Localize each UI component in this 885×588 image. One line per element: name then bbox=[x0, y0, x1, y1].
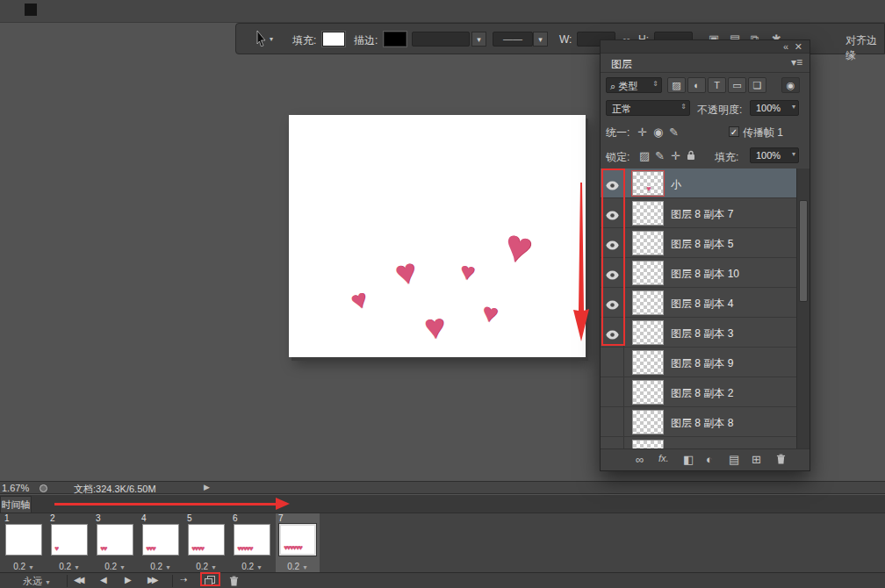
animation-frame[interactable]: 4 ♥♥♥ 0.2 ▼ bbox=[139, 513, 183, 573]
lock-position-icon[interactable]: ✛ bbox=[671, 149, 680, 162]
first-frame-button[interactable]: ◀◀ bbox=[74, 575, 82, 584]
unify-label: 统一: bbox=[606, 125, 630, 140]
visibility-toggle[interactable] bbox=[601, 377, 624, 406]
timeline-frames-area: 1 0.2 ▼ 2 ♥ 0.2 ▼ 3 ♥♥ 0.2 ▼ 4 ♥♥♥ 0.2 ▼… bbox=[0, 513, 885, 572]
filter-adjustment-icon[interactable]: ◐ bbox=[687, 77, 706, 93]
visibility-toggle[interactable] bbox=[601, 437, 624, 448]
layer-row[interactable]: 图层 8 副本 7 bbox=[601, 198, 796, 228]
layer-thumbnail[interactable]: ♥♥♥ bbox=[632, 440, 664, 448]
unify-style-icon[interactable]: ✎ bbox=[669, 125, 679, 139]
frame-delay-select[interactable]: 0.2 ▼ bbox=[276, 562, 320, 571]
layer-row[interactable]: 图层 8 副本 3 bbox=[601, 318, 796, 348]
lock-pixels-icon[interactable]: ✎ bbox=[655, 149, 665, 162]
frame-hearts: ♥♥ bbox=[100, 544, 106, 553]
direct-selection-tool-icon[interactable] bbox=[255, 31, 267, 47]
animation-frame[interactable]: 6 ♥♥♥♥♥ 0.2 ▼ bbox=[230, 513, 274, 573]
layer-row[interactable]: 图层 8 副本 5 bbox=[601, 228, 796, 258]
lock-all-icon[interactable] bbox=[687, 150, 695, 163]
stroke-color-swatch[interactable] bbox=[384, 32, 407, 47]
document-canvas[interactable]: ♥ ♥ ♥ ♥ ♥ ♥ bbox=[289, 115, 586, 357]
frame-delay-select[interactable]: 0.2 ▼ bbox=[2, 562, 46, 571]
stroke-type-arrow[interactable]: ▾ bbox=[533, 32, 548, 47]
layer-row[interactable]: 图层 8 副本 2 bbox=[601, 377, 796, 407]
tool-preset-arrow-icon[interactable]: ▾ bbox=[270, 35, 273, 43]
layer-row[interactable]: 图层 8 副本 8 bbox=[601, 407, 796, 437]
animation-frame[interactable]: 7 ♥♥♥♥♥♥ 0.2 ▼ bbox=[276, 513, 320, 573]
panel-menu-icon[interactable]: ▾≡ bbox=[791, 56, 802, 68]
frame-thumbnail[interactable]: ♥♥♥♥♥ bbox=[234, 524, 270, 556]
timeline-tab[interactable]: 时间轴 bbox=[0, 496, 32, 513]
visibility-toggle[interactable] bbox=[601, 348, 624, 376]
group-layers-icon[interactable]: ▤ bbox=[729, 453, 739, 466]
zoom-level[interactable]: 1.67% bbox=[2, 483, 29, 493]
layer-thumbnail[interactable] bbox=[632, 320, 664, 345]
layers-scrollbar[interactable] bbox=[796, 169, 809, 448]
layer-thumbnail[interactable] bbox=[632, 290, 664, 315]
layer-row[interactable]: 图层 8 副本 9 bbox=[601, 348, 796, 377]
frame-thumbnail[interactable]: ♥♥ bbox=[97, 524, 133, 556]
next-frame-button[interactable]: ▶▶ bbox=[148, 575, 155, 584]
opacity-select[interactable]: 100%▾ bbox=[750, 100, 799, 116]
status-flyout-arrow-icon[interactable]: ▶ bbox=[204, 483, 210, 491]
fill-select[interactable]: 100%▾ bbox=[750, 147, 799, 163]
previous-frame-button[interactable]: ◀ bbox=[100, 575, 107, 584]
layer-mask-icon[interactable]: ◧ bbox=[683, 453, 694, 466]
link-layers-icon[interactable]: ∞ bbox=[636, 453, 644, 466]
layer-thumbnail[interactable] bbox=[632, 410, 664, 434]
unify-row: 统一: ✛ ◉ ✎ ✓ 传播帧 1 bbox=[601, 125, 809, 140]
layer-row[interactable]: 图层 8 副本 4 bbox=[601, 288, 796, 318]
tween-frames-icon[interactable]: ⇢ bbox=[180, 575, 187, 584]
frame-thumbnail[interactable]: ♥♥♥♥♥♥ bbox=[279, 524, 316, 556]
delete-frame-button[interactable] bbox=[229, 576, 239, 588]
stroke-width-field[interactable] bbox=[412, 32, 470, 47]
layer-row[interactable]: ♥ 小 bbox=[601, 169, 796, 198]
play-button[interactable]: ▶ bbox=[125, 575, 132, 584]
layers-scrollbar-thumb[interactable] bbox=[799, 200, 808, 302]
stroke-type-dropdown[interactable]: —— bbox=[493, 32, 533, 47]
blend-opacity-row: 正常⇕ 不透明度: 100%▾ bbox=[601, 100, 809, 118]
delete-layer-icon[interactable] bbox=[776, 454, 786, 467]
filter-smartobject-icon[interactable]: ❏ bbox=[748, 77, 766, 93]
layer-thumbnail[interactable] bbox=[632, 231, 664, 255]
frame-thumbnail[interactable] bbox=[5, 524, 42, 556]
layer-thumbnail[interactable] bbox=[632, 380, 664, 405]
layer-thumbnail[interactable] bbox=[632, 350, 664, 375]
filter-shape-icon[interactable]: ▭ bbox=[728, 77, 746, 93]
stroke-options-dropdown[interactable]: ▾ bbox=[471, 32, 486, 47]
filter-type-text-icon[interactable]: T bbox=[708, 77, 726, 93]
propagate-frame-checkbox[interactable]: ✓ bbox=[729, 126, 739, 137]
unify-visibility-icon[interactable]: ◉ bbox=[653, 125, 663, 139]
frame-delay-select[interactable]: 0.2 ▼ bbox=[139, 562, 183, 571]
layer-thumbnail[interactable] bbox=[632, 201, 664, 226]
animation-frame[interactable]: 2 ♥ 0.2 ▼ bbox=[47, 513, 91, 573]
layers-panel-title[interactable]: 图层 bbox=[611, 57, 632, 72]
loop-count-select[interactable]: 永远 ▼ bbox=[23, 575, 51, 588]
layer-thumbnail[interactable]: ♥ bbox=[632, 171, 664, 196]
frame-thumbnail[interactable]: ♥ bbox=[51, 524, 88, 556]
new-layer-icon[interactable]: ⊞ bbox=[752, 453, 761, 466]
layer-thumbnail[interactable] bbox=[632, 261, 664, 285]
frame-thumbnail[interactable]: ♥♥♥ bbox=[142, 524, 179, 556]
layer-row[interactable]: 图层 8 副本 10 bbox=[601, 258, 796, 288]
frame-delay-select[interactable]: 0.2 ▼ bbox=[93, 562, 137, 571]
animation-frame[interactable]: 1 0.2 ▼ bbox=[2, 513, 46, 573]
unify-position-icon[interactable]: ✛ bbox=[637, 125, 647, 139]
layer-row-partial[interactable]: ♥♥♥ bbox=[601, 437, 796, 448]
blend-mode-select[interactable]: 正常⇕ bbox=[606, 100, 690, 116]
animation-frame[interactable]: 3 ♥♥ 0.2 ▼ bbox=[93, 513, 137, 573]
frame-delay-select[interactable]: 0.2 ▼ bbox=[230, 562, 274, 571]
lock-transparency-icon[interactable]: ▨ bbox=[639, 149, 650, 162]
adjustment-layer-icon[interactable]: ◐ bbox=[706, 453, 713, 466]
visibility-toggle[interactable] bbox=[601, 407, 624, 436]
layer-style-fx-icon[interactable]: fx. bbox=[658, 453, 669, 463]
frame-thumbnail[interactable]: ♥♥♥♥ bbox=[188, 524, 225, 556]
collapse-panel-icon[interactable]: « bbox=[783, 40, 788, 53]
frame-delay-select[interactable]: 0.2 ▼ bbox=[47, 562, 91, 571]
frame-delay-select[interactable]: 0.2 ▼ bbox=[184, 562, 228, 571]
animation-frame[interactable]: 5 ♥♥♥♥ 0.2 ▼ bbox=[184, 513, 228, 573]
fill-color-swatch[interactable] bbox=[322, 32, 345, 47]
filter-toggle-icon[interactable]: ◉ bbox=[781, 77, 800, 93]
filter-type-combo[interactable]: ⌕ 类型⇕ bbox=[606, 77, 662, 93]
close-panel-icon[interactable]: ✕ bbox=[795, 40, 802, 53]
filter-pixel-icon[interactable]: ▨ bbox=[667, 77, 686, 93]
